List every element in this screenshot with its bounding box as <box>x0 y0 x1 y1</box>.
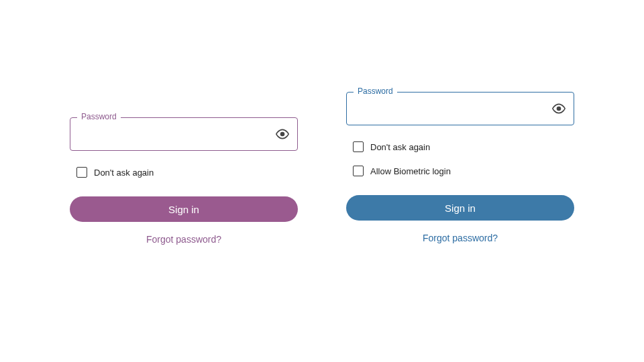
signin-button[interactable]: Sign in <box>346 195 574 221</box>
eye-icon[interactable] <box>552 102 566 115</box>
password-label: Password <box>77 112 121 121</box>
password-input[interactable] <box>78 118 276 150</box>
dont-ask-label: Don't ask again <box>370 142 430 152</box>
forgot-password-link[interactable]: Forgot password? <box>346 233 574 243</box>
dont-ask-checkbox[interactable] <box>76 167 87 178</box>
dont-ask-checkbox[interactable] <box>353 141 364 152</box>
signin-button[interactable]: Sign in <box>70 196 298 222</box>
signin-form-left: Password Don't ask again Sign in Forgot … <box>70 117 298 245</box>
forgot-password-link[interactable]: Forgot password? <box>70 234 298 245</box>
password-input[interactable] <box>355 93 552 125</box>
svg-point-1 <box>557 107 561 111</box>
dont-ask-row: Don't ask again <box>353 141 574 152</box>
biometric-label: Allow Biometric login <box>370 166 451 176</box>
biometric-row: Allow Biometric login <box>353 166 574 176</box>
password-label: Password <box>354 86 397 96</box>
dont-ask-label: Don't ask again <box>94 168 154 178</box>
biometric-checkbox[interactable] <box>353 166 364 176</box>
eye-icon[interactable] <box>276 127 289 141</box>
signin-form-right: Password Don't ask again Allow Biometric… <box>346 92 574 243</box>
password-field[interactable]: Password <box>346 92 574 125</box>
svg-point-0 <box>281 133 284 136</box>
password-field[interactable]: Password <box>70 117 298 151</box>
dont-ask-row: Don't ask again <box>76 167 298 178</box>
